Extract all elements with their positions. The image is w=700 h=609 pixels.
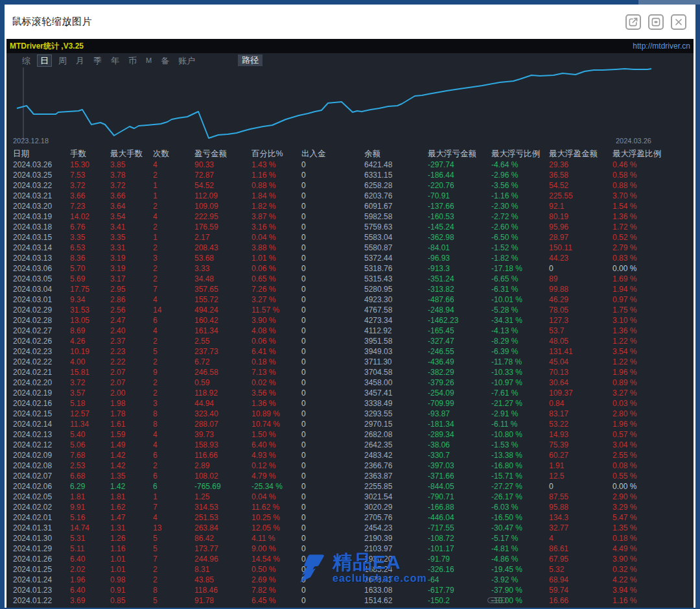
cell-lots: 3.57 [70,388,110,398]
cell-max-float-profit-pct: 0.18 % [612,533,694,543]
cell-max-float-loss-pct: -6.31 % [491,284,549,294]
cell-lots: 3.35 [70,232,110,243]
column-header-pct: 百分比% [251,148,301,160]
cell-max-float-profit-pct: 1.36 % [612,211,694,222]
cell-max-lots: 1.81 [110,492,153,502]
cell-count: 2 [153,377,194,388]
cell-pl: 2.89 [194,460,251,471]
cell-count: 6 [153,450,194,460]
cell-date: 2024.02.07 [13,471,70,481]
cell-date: 2024.02.15 [13,409,70,419]
cell-count: 9 [153,367,194,377]
equity-line [17,69,651,138]
cell-balance: 3951.58 [364,336,428,346]
cell-max-float-profit: 16.66 [549,595,612,606]
cell-balance: 3458.00 [364,377,428,388]
cell-count: 8 [153,409,194,419]
cell-pl: 90.33 [194,160,251,170]
cell-balance: 4923.30 [364,294,428,305]
cell-pct: 10.74 % [251,419,301,429]
cell-inout: 0 [301,575,364,585]
cell-max-float-profit-pct: 1.96 % [612,419,694,429]
cell-max-float-profit: 48.05 [549,336,612,346]
cell-pct: 0.18 % [251,357,301,367]
column-header-lots: 手数 [70,148,110,160]
cell-count: 5 [153,543,194,554]
cell-count: 2 [153,243,194,253]
cell-max-float-profit: 5.32 [549,564,612,575]
cell-max-float-loss: -220.76 [428,180,491,191]
cell-lots: 7.53 [70,170,110,180]
cell-inout: 0 [301,263,364,274]
cell-lots: 4.26 [70,336,110,346]
cell-lots: 31.53 [70,305,110,315]
table-row: 2024.02.203.722.0720.590.02 %03458.00-37… [13,377,694,388]
cell-max-float-profit: 70.13 [549,367,612,377]
cell-inout: 0 [301,377,364,388]
restore-button[interactable] [648,14,664,30]
cell-balance: 5315.43 [364,274,428,284]
cell-inout: 0 [301,543,364,554]
table-row: 2024.02.082.531.4222.890.12 %02366.76-39… [13,460,694,471]
cell-date: 2024.02.20 [13,377,70,388]
cell-date: 2024.02.08 [13,460,70,471]
cell-date: 2024.03.04 [13,284,70,294]
cell-max-lots: 0.92 [110,606,153,608]
cell-balance: 6203.76 [364,191,428,201]
cell-pl: 118.92 [194,388,251,398]
cell-max-float-loss-pct: -1.16 % [491,191,549,201]
brand-url: http://mtdriver.cn [633,42,690,51]
cell-pct: 0.02 % [251,377,301,388]
cell-lots: 4.00 [70,357,110,367]
app-header: MTDriver统计 ,V3.25 http://mtdriver.cn [6,39,694,53]
cell-max-float-loss: -186.44 [428,170,491,180]
cell-max-float-profit: 127.3 [549,315,612,326]
cell-balance: 1930.20 [364,554,428,564]
cell-pl: 323.40 [194,409,251,419]
cell-pl: 288.07 [194,419,251,429]
cell-pct: 1.16 % [251,170,301,180]
open-in-new-button[interactable] [625,14,641,30]
cell-date: 2024.02.28 [13,315,70,326]
cell-max-float-loss: -790.71 [428,492,491,502]
cell-max-float-profit: 134.3 [549,512,612,523]
cell-lots: 5.06 [70,440,110,450]
table-row: 2024.01.241.960.98243.852.69 %01676.93-6… [13,575,694,585]
cell-date: 2024.03.06 [13,263,70,274]
cell-max-float-profit: 12.5 [549,471,612,481]
cell-inout: 0 [301,554,364,564]
cell-balance: 2366.76 [364,460,428,471]
cell-max-float-profit-pct: 1.22 % [612,336,694,346]
close-button[interactable] [671,14,686,30]
cell-max-float-loss: -362.98 [428,232,491,243]
cell-max-float-profit-pct: 2.79 % [612,243,694,253]
cell-inout: 0 [301,585,364,595]
cell-max-float-loss: -246.55 [428,346,491,357]
cell-max-float-loss-pct: -4.64 % [491,160,549,170]
cell-max-float-loss: -289.34 [428,429,491,440]
stats-image[interactable]: MTDriver统计 ,V3.25 http://mtdriver.cn 综日周… [6,39,694,608]
cell-pct: 7.82 % [251,585,301,595]
cell-lots: 8.69 [70,326,110,336]
cell-max-lots: 3.31 [110,243,153,253]
cell-inout: 0 [301,253,364,263]
cell-max-float-loss: -70.91 [428,191,491,201]
tab-item: 币 [126,55,139,66]
cell-lots: 1.96 [70,575,110,585]
cell-pct: 10.25 % [251,512,301,523]
cell-date: 2024.01.30 [13,533,70,543]
cell-max-float-profit-pct: 0.58 % [612,170,694,180]
cell-max-float-loss-pct: -5.05 % [491,606,549,608]
cell-balance: 1676.93 [364,575,428,585]
cell-date: 2024.02.05 [13,492,70,502]
equity-chart: 2023.12.18 2024.03.26 [6,67,694,147]
cell-count: 7 [153,502,194,512]
cell-pct: 12.05 % [251,523,301,533]
cell-date: 2024.01.23 [13,585,70,595]
cell-pl: 158.93 [194,440,251,450]
cell-balance: 5280.95 [364,284,428,294]
cell-inout: 0 [301,357,364,367]
cell-count: 2 [153,336,194,346]
cell-max-float-loss-pct: -3.56 % [491,180,549,191]
table-row: 2024.02.165.181.98344.941.36 %03338.49-7… [13,398,694,409]
